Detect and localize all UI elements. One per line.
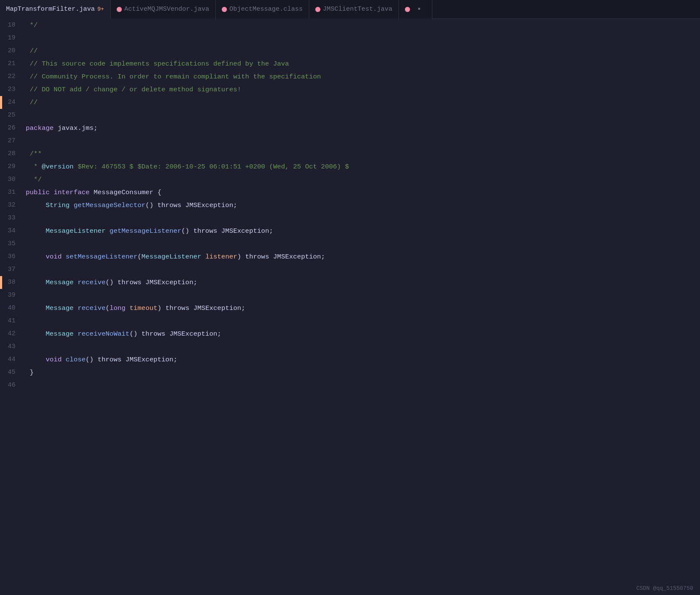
tab-activemq-label: ActiveMQJMSVendor.java bbox=[124, 6, 209, 13]
line-number: 27 bbox=[0, 135, 24, 147]
tab-mapfilter[interactable]: MapTransformFilter.java 9+ bbox=[0, 0, 111, 19]
line-number: 41 bbox=[0, 315, 24, 328]
line-number: 34 bbox=[0, 225, 24, 237]
code-line: 33 bbox=[0, 212, 700, 225]
tab-more-icon bbox=[405, 7, 410, 12]
line-content bbox=[24, 289, 700, 302]
line-content: MessageListener getMessageListener() thr… bbox=[24, 225, 700, 237]
tab-more-label: • bbox=[413, 5, 426, 14]
tab-mapfilter-badge: 9+ bbox=[97, 6, 104, 12]
line-number: 43 bbox=[0, 340, 24, 353]
line-content: Message receive() throws JMSException; bbox=[24, 276, 700, 289]
code-line: 37 bbox=[0, 263, 700, 276]
line-content: * @version $Rev: 467553 $ $Date: 2006-10… bbox=[24, 160, 700, 173]
line-number: 26 bbox=[0, 122, 24, 135]
code-line: 24 // bbox=[0, 96, 700, 109]
code-line: 28 /** bbox=[0, 147, 700, 160]
code-line: 45 } bbox=[0, 366, 700, 379]
line-content: Message receiveNoWait() throws JMSExcept… bbox=[24, 328, 700, 340]
line-number: 39 bbox=[0, 289, 24, 302]
line-content: void close() throws JMSException; bbox=[24, 353, 700, 366]
line-number: 30 bbox=[0, 173, 24, 186]
line-number: 19 bbox=[0, 32, 24, 45]
line-content: // This source code implements specifica… bbox=[24, 57, 700, 70]
code-line: 21 // This source code implements specif… bbox=[0, 57, 700, 70]
code-line: 34 MessageListener getMessageListener() … bbox=[0, 225, 700, 237]
line-number: 37 bbox=[0, 263, 24, 276]
line-content: // bbox=[24, 96, 700, 109]
line-number: 36 bbox=[0, 250, 24, 263]
line-content bbox=[24, 315, 700, 328]
code-line: 26package javax.jms; bbox=[0, 122, 700, 135]
line-content: void setMessageListener(MessageListener … bbox=[24, 250, 700, 263]
tab-jmsclienttest[interactable]: JMSClientTest.java bbox=[309, 0, 399, 19]
line-content: */ bbox=[24, 173, 700, 186]
line-number: 28 bbox=[0, 147, 24, 160]
code-line: 36 void setMessageListener(MessageListen… bbox=[0, 250, 700, 263]
line-content: */ bbox=[24, 19, 700, 32]
line-content bbox=[24, 237, 700, 250]
tab-mapfilter-label: MapTransformFilter.java bbox=[6, 6, 95, 13]
line-number: 23 bbox=[0, 83, 24, 96]
code-line: 43 bbox=[0, 340, 700, 353]
code-line: 35 bbox=[0, 237, 700, 250]
line-content bbox=[24, 109, 700, 122]
line-content: public interface MessageConsumer { bbox=[24, 186, 700, 199]
tab-more[interactable]: • bbox=[399, 0, 432, 19]
watermark: CSDN @qq_51550750 bbox=[636, 585, 693, 592]
code-line: 22 // Community Process. In order to rem… bbox=[0, 70, 700, 83]
editor-area: 18 */19 20 //21 // This source code impl… bbox=[0, 19, 700, 392]
code-line: 46 bbox=[0, 379, 700, 392]
tab-objectmessage-label: ObjectMessage.class bbox=[229, 6, 303, 13]
line-content bbox=[24, 32, 700, 45]
line-number: 32 bbox=[0, 199, 24, 212]
code-line: 38 Message receive() throws JMSException… bbox=[0, 276, 700, 289]
code-line: 40 Message receive(long timeout) throws … bbox=[0, 302, 700, 315]
line-number: 29 bbox=[0, 160, 24, 173]
line-content bbox=[24, 212, 700, 225]
line-number: 33 bbox=[0, 212, 24, 225]
gutter-indicator-orange bbox=[0, 276, 2, 289]
line-number: 46 bbox=[0, 379, 24, 392]
tab-objectmessage[interactable]: ObjectMessage.class bbox=[216, 0, 309, 19]
code-line: 30 */ bbox=[0, 173, 700, 186]
code-line: 18 */ bbox=[0, 19, 700, 32]
tab-activemq[interactable]: ActiveMQJMSVendor.java bbox=[111, 0, 216, 19]
line-number: 21 bbox=[0, 57, 24, 70]
line-number: 45 bbox=[0, 366, 24, 379]
line-content bbox=[24, 263, 700, 276]
line-number: 20 bbox=[0, 45, 24, 57]
line-content: // Community Process. In order to remain… bbox=[24, 70, 700, 83]
line-number: 18 bbox=[0, 19, 24, 32]
code-line: 41 bbox=[0, 315, 700, 328]
tab-jmsclienttest-error-dot bbox=[315, 7, 320, 12]
tab-activemq-error-dot bbox=[117, 7, 122, 12]
code-line: 44 void close() throws JMSException; bbox=[0, 353, 700, 366]
line-content: Message receive(long timeout) throws JMS… bbox=[24, 302, 700, 315]
code-line: 31public interface MessageConsumer { bbox=[0, 186, 700, 199]
line-content: // DO NOT add / change / or delete metho… bbox=[24, 83, 700, 96]
line-content bbox=[24, 340, 700, 353]
code-line: 27 bbox=[0, 135, 700, 147]
code-line: 29 * @version $Rev: 467553 $ $Date: 2006… bbox=[0, 160, 700, 173]
line-content: // bbox=[24, 45, 700, 57]
tab-jmsclienttest-label: JMSClientTest.java bbox=[323, 6, 392, 13]
gutter-indicator-orange bbox=[0, 96, 2, 109]
code-line: 32 String getMessageSelector() throws JM… bbox=[0, 199, 700, 212]
line-number: 35 bbox=[0, 237, 24, 250]
line-content: } bbox=[24, 366, 700, 379]
tab-bar: MapTransformFilter.java 9+ ActiveMQJMSVe… bbox=[0, 0, 700, 19]
line-content bbox=[24, 379, 700, 392]
line-number: 44 bbox=[0, 353, 24, 366]
line-number: 25 bbox=[0, 109, 24, 122]
code-line: 42 Message receiveNoWait() throws JMSExc… bbox=[0, 328, 700, 340]
line-number: 22 bbox=[0, 70, 24, 83]
line-content: /** bbox=[24, 147, 700, 160]
code-line: 20 // bbox=[0, 45, 700, 57]
line-number: 42 bbox=[0, 328, 24, 340]
line-content: String getMessageSelector() throws JMSEx… bbox=[24, 199, 700, 212]
line-number: 31 bbox=[0, 186, 24, 199]
code-line: 23 // DO NOT add / change / or delete me… bbox=[0, 83, 700, 96]
line-number: 38 bbox=[0, 276, 24, 289]
line-content bbox=[24, 135, 700, 147]
